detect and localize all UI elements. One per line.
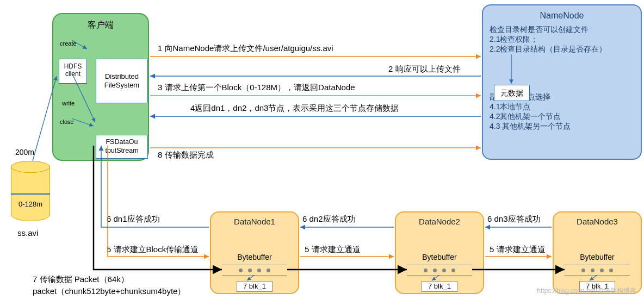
bytebuffer-2: Bytebuffer	[410, 253, 469, 261]
msg-6b: 6 dn2应答成功	[302, 214, 356, 224]
buffer-row-2	[407, 265, 472, 276]
msg-8: 8 传输数据完成	[158, 150, 214, 160]
datanode-2-title: DataNode2	[401, 217, 478, 226]
fsdataoutputstream-box: FSDataOu tputStream	[96, 135, 148, 159]
msg-4: 4返回dn1，dn2，dn3节点，表示采用这三个节点存储数据	[190, 103, 399, 114]
msg-5-12: 5 请求建立通道	[305, 245, 361, 255]
buffer-row-1	[222, 265, 287, 276]
msg-5c: 5 请求建立Block传输通道	[107, 245, 199, 255]
metadata-box: 元数据	[494, 85, 530, 101]
fsout-l1: FSDataOu	[96, 138, 147, 146]
replica-3: 4.3 其他机架另一个节点	[490, 122, 634, 132]
blk-1: 7 blk_1	[237, 281, 273, 292]
label-close: close	[60, 118, 74, 125]
bytebuffer-1: Bytebuffer	[225, 253, 284, 261]
client-title: 客户端	[88, 20, 114, 31]
hdfs-client-box: HDFS client	[59, 59, 87, 84]
namenode-panel: NameNode 检查目录树是否可以创建文件 2.1检查权限； 2.2检查目录结…	[482, 4, 642, 160]
msg-7: 7 传输数据 Packet（64k）	[33, 274, 129, 285]
disk-filename: ss.avi	[17, 228, 38, 238]
namenode-check1: 检查目录树是否可以创建文件	[490, 25, 634, 35]
hdfs-client-l1: HDFS	[59, 62, 86, 70]
blk-2: 7 blk_1	[422, 281, 457, 292]
replica-2: 4.2其他机架一个节点	[490, 112, 634, 122]
datanode-3: DataNode3 Bytebuffer 7 blk_1	[553, 211, 642, 294]
disk-size: 200m	[15, 148, 34, 157]
buffer-row-3	[565, 265, 630, 276]
msg-3: 3 请求上传第一个Block（0-128M），请返回DataNode	[158, 83, 355, 93]
dfs-l2: FileSystem	[96, 81, 147, 90]
replica-1: 4.1本地节点	[490, 102, 634, 112]
bytebuffer-3: Bytebuffer	[567, 253, 627, 261]
watermark: https://blog.csdn.net/高级架构博客	[537, 286, 636, 296]
msg-6a: 6 dn1应答成功	[107, 214, 160, 224]
datanode-3-title: DataNode3	[559, 217, 635, 226]
label-create: create	[60, 40, 77, 47]
msg-6c: 6 dn3应答成功	[487, 214, 541, 224]
namenode-check3: 2.2检查目录结构（目录是否存在）	[490, 45, 634, 54]
datanode-1: DataNode1 Bytebuffer 7 blk_1	[210, 211, 299, 294]
fsout-l2: tputStream	[96, 146, 147, 155]
client-panel: 客户端 create write close HDFS client Distr…	[52, 13, 149, 161]
datanode-2: DataNode2 Bytebuffer 7 blk_1	[395, 211, 484, 294]
msg-5-23: 5 请求建立通道	[490, 245, 546, 255]
hdfs-client-l2: client	[59, 70, 86, 78]
msg-7b: packet（chunk512byte+chunksum4byte）	[33, 286, 185, 297]
msg-1: 1 向NameNode请求上传文件/user/atguigu/ss.avi	[158, 43, 333, 54]
distributed-filesystem-box: Distributed FileSystem	[96, 59, 148, 103]
disk-range: 0-128m	[11, 200, 50, 208]
namenode-check2: 2.1检查权限；	[490, 35, 634, 45]
msg-2: 2 响应可以上传文件	[388, 64, 461, 74]
label-write: write	[62, 100, 75, 107]
disk-icon: 0-128m	[11, 161, 50, 224]
datanode-1-title: DataNode1	[216, 217, 293, 226]
dfs-l1: Distributed	[96, 72, 147, 81]
namenode-title: NameNode	[490, 11, 634, 21]
